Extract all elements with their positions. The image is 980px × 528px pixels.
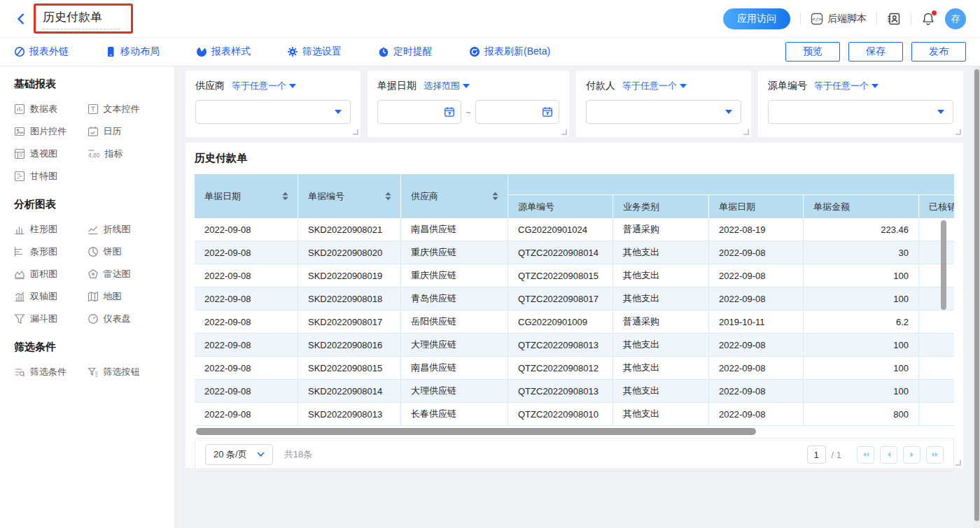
last-page-button[interactable]: [926, 446, 944, 464]
sidebar-item-bar-chart[interactable]: 条形图: [14, 245, 88, 258]
prev-page-button[interactable]: [880, 446, 897, 464]
canvas-scrollbar[interactable]: [974, 66, 980, 528]
table-row[interactable]: 2022-09-08SKD20220908016大理供应链QTZC2022090…: [195, 334, 954, 357]
avatar[interactable]: 存: [945, 8, 966, 29]
filter-condition-icon: [14, 366, 25, 378]
sidebar-item-calendar[interactable]: 日历: [88, 124, 161, 138]
table-cell: 其他支出: [613, 264, 709, 287]
toolbar-item-report-style[interactable]: 报表样式: [196, 45, 251, 58]
table-row[interactable]: 2022-09-08SKD20220908020重庆供应链QTZC2022090…: [195, 241, 954, 264]
table-row[interactable]: 2022-09-08SKD20220908021南昌供应链CG202209010…: [195, 218, 954, 241]
column-header[interactable]: 供应商: [401, 174, 508, 218]
widget-resize-handle[interactable]: [353, 129, 358, 135]
contacts-icon[interactable]: [887, 12, 901, 26]
indicator-icon: 4,80: [88, 148, 100, 159]
column-header[interactable]: 单据编号: [298, 174, 401, 218]
sidebar-item-label: 仪表盘: [104, 313, 131, 325]
filter-operator-dropdown[interactable]: 等于任意一个: [814, 80, 878, 92]
widget-resize-handle[interactable]: [743, 129, 749, 135]
sub-column-header[interactable]: 源单编号: [508, 195, 613, 218]
sidebar-item-gantt[interactable]: 甘特图: [14, 169, 88, 183]
current-page-input[interactable]: 1: [807, 445, 826, 464]
notification-bell-icon[interactable]: [921, 12, 935, 26]
sidebar-item-radar-chart[interactable]: 雷达图: [88, 267, 161, 280]
sidebar-item-indicator[interactable]: 4,80指标: [88, 147, 161, 160]
table-cell: SKD20220908018: [298, 287, 401, 310]
sub-header-row: 源单编号业务类别单据日期单据金额已核销金额: [508, 195, 954, 218]
filter-card-payer[interactable]: 付款人等于任意一个: [576, 71, 751, 137]
preview-button[interactable]: 预览: [785, 42, 840, 62]
backend-script-button[interactable]: </> 后端脚本: [811, 13, 867, 25]
table-row[interactable]: 2022-09-08SKD20220908018青岛供应链QTZC2022090…: [195, 287, 954, 311]
toolbar-item-report-refresh[interactable]: 报表刷新(Beta): [469, 45, 550, 58]
sub-column-header[interactable]: 单据金额: [804, 195, 919, 218]
date-start-input[interactable]: [377, 100, 461, 124]
app-access-button[interactable]: 应用访问: [723, 8, 790, 29]
table-row[interactable]: 2022-09-08SKD20220908014大理供应链QTZC2022090…: [195, 380, 954, 403]
table-cell: 223.46: [804, 218, 919, 241]
filter-value-select[interactable]: [586, 100, 741, 124]
filter-card-supplier[interactable]: 供应商等于任意一个: [186, 71, 360, 137]
sidebar-item-map[interactable]: 地图: [88, 290, 161, 303]
next-page-button[interactable]: [903, 446, 920, 464]
sidebar-item-gauge[interactable]: 仪表盘: [88, 312, 161, 325]
sidebar-item-line-chart[interactable]: 折线图: [88, 222, 161, 236]
back-button[interactable]: [14, 11, 29, 27]
table-cell: 普通采购: [613, 218, 709, 241]
sidebar-item-funnel-chart[interactable]: 漏斗图: [14, 312, 88, 325]
widget-resize-handle[interactable]: [955, 460, 961, 466]
table-row[interactable]: 2022-09-08SKD20220908015南昌供应链QTZC2022090…: [195, 357, 954, 380]
sort-icon: [491, 192, 499, 201]
sidebar-item-text-widget[interactable]: 文本控件: [88, 102, 161, 115]
widget-resize-handle[interactable]: [561, 129, 567, 135]
table-vertical-scrollbar[interactable]: [941, 220, 946, 310]
filter-operator-dropdown[interactable]: 等于任意一个: [232, 80, 296, 92]
filter-operator-dropdown[interactable]: 选择范围: [424, 80, 470, 92]
sidebar-item-pivot-table[interactable]: 透视图: [14, 147, 88, 160]
page-title[interactable]: 历史付款单: [43, 9, 120, 25]
filter-value-select[interactable]: [195, 100, 351, 124]
toolbar-item-mobile-layout[interactable]: 移动布局: [105, 45, 160, 58]
hscroll-thumb[interactable]: [196, 428, 756, 435]
filter-button-icon: [88, 366, 99, 378]
filter-card-source-no[interactable]: 源单编号等于任意一个: [758, 71, 963, 137]
column-header[interactable]: 单据日期: [195, 174, 298, 218]
table-row[interactable]: 2022-09-08SKD20220908013长春供应链QTZC2022090…: [195, 403, 954, 426]
first-page-button[interactable]: [857, 446, 874, 464]
filter-value-select[interactable]: [768, 100, 953, 124]
gantt-icon: [14, 171, 25, 182]
widget-resize-handle[interactable]: [955, 129, 961, 135]
date-end-input[interactable]: [475, 100, 559, 124]
sidebar-item-label: 透视图: [30, 148, 57, 160]
filter-card-doc-date[interactable]: 单据日期选择范围~: [368, 71, 569, 137]
table-cell: 南昌供应链: [401, 357, 508, 379]
toolbar-item-filter-settings[interactable]: 筛选设置: [287, 45, 342, 58]
sidebar-item-filter-button[interactable]: 筛选按钮: [88, 365, 161, 378]
sidebar-item-image-widget[interactable]: 图片控件: [14, 124, 88, 138]
sub-column-header[interactable]: 单据日期: [709, 195, 804, 218]
toolbar-item-report-link[interactable]: 报表外链: [14, 45, 69, 58]
toolbar-item-timed-reminder[interactable]: 定时提醒: [378, 45, 433, 58]
sidebar-item-area-chart[interactable]: 面积图: [14, 267, 88, 280]
table-cell: 长春供应链: [401, 403, 508, 425]
sidebar-item-label: 文本控件: [104, 103, 140, 115]
title-edit-underline: [43, 29, 120, 29]
data-table-widget[interactable]: 历史付款单 单据日期单据编号供应商源单编号业务类别单据日期单据金额已核销金额20…: [186, 143, 963, 468]
sidebar-item-dual-axis-chart[interactable]: 双轴图: [14, 290, 88, 303]
publish-button[interactable]: 发布: [911, 42, 966, 62]
filter-operator-dropdown[interactable]: 等于任意一个: [622, 80, 687, 92]
table-row[interactable]: 2022-09-08SKD20220908019重庆供应链QTZC2022090…: [195, 264, 954, 287]
page-size-select[interactable]: 20 条/页: [205, 444, 273, 465]
canvas-scroll-thumb[interactable]: [974, 69, 979, 521]
table-horizontal-scrollbar[interactable]: [196, 428, 953, 435]
sidebar-item-filter-condition[interactable]: 筛选条件: [14, 365, 88, 378]
table-row[interactable]: 2022-09-08SKD20220908017岳阳供应链CG202209010…: [195, 311, 954, 334]
sidebar-item-pie-chart[interactable]: 饼图: [88, 245, 161, 258]
sidebar-item-label: 折线图: [104, 223, 131, 236]
sidebar-item-column-chart[interactable]: 柱形图: [14, 222, 88, 236]
sidebar-item-data-table[interactable]: 数据表: [14, 102, 88, 115]
filter-operator-label: 等于任意一个: [814, 80, 869, 92]
save-button[interactable]: 保存: [848, 42, 903, 62]
sub-column-header[interactable]: 业务类别: [613, 195, 709, 218]
sub-column-header[interactable]: 已核销金额: [919, 195, 954, 218]
